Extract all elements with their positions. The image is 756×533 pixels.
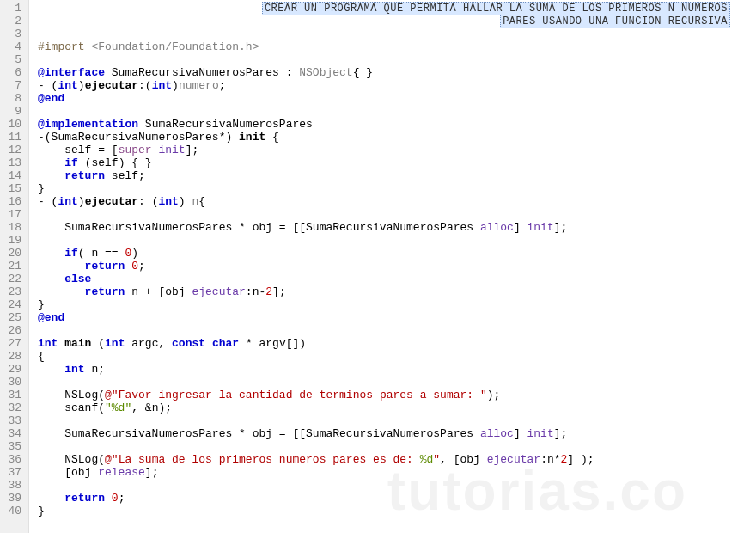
code-line [38, 28, 756, 40]
text-token: ( n == [78, 247, 125, 260]
code-line: - (int)ejecutar: (int) n{ [38, 195, 756, 208]
line-number: 7 [3, 79, 21, 92]
code-line: @implementation SumaRecursivaNumerosPare… [38, 118, 756, 131]
text-token: ]; [145, 466, 159, 479]
line-number: 17 [3, 208, 21, 221]
line-number: 14 [3, 169, 21, 182]
line-number: 37 [3, 466, 21, 479]
keyword-token: int [64, 363, 84, 376]
keyword-token: int [38, 337, 58, 350]
line-number: 26 [3, 324, 21, 337]
line-number: 16 [3, 195, 21, 208]
text-token: -(SumaRecursivaNumerosPares*) [38, 131, 239, 144]
text-token: self; [105, 169, 145, 182]
text-token: ) [78, 79, 85, 92]
line-number: 3 [3, 28, 21, 40]
keyword-token: int [58, 79, 77, 92]
keyword-token: @interface [38, 66, 105, 79]
line-number: 38 [3, 479, 21, 492]
text-token: ]; [272, 285, 286, 298]
text-token [38, 285, 85, 298]
text-token [38, 363, 64, 376]
line-number: 11 [3, 131, 21, 144]
keyword-token: if [64, 247, 78, 260]
keyword-token: else [64, 273, 91, 285]
code-line: if( n == 0) [38, 247, 756, 260]
code-line: return n + [obj ejecutar:n-2]; [38, 285, 756, 298]
include-token: <Foundation/Foundation.h> [91, 40, 259, 53]
code-line: @end [38, 311, 756, 324]
code-line: } [38, 182, 756, 195]
text-token: ( [91, 337, 105, 350]
line-number: 32 [3, 401, 21, 414]
code-editor[interactable]: 1234567891011121314151617181920212223242… [0, 0, 756, 533]
line-number: 40 [3, 505, 21, 518]
string-token: "La suma de los primeros numeros pares e… [112, 453, 420, 466]
brace-token: } [38, 182, 45, 195]
text-token: SumaRecursivaNumerosPares [138, 118, 313, 131]
code-line: else [38, 273, 756, 285]
text-token: - ( [38, 79, 58, 92]
code-area[interactable]: CREAR UN PROGRAMA QUE PERMITA HALLAR LA … [29, 0, 756, 533]
keyword-token: int [105, 337, 125, 350]
line-number: 31 [3, 389, 21, 401]
class-token: NSObject [299, 66, 352, 79]
text-token [205, 337, 212, 350]
line-number: 22 [3, 273, 21, 285]
code-line: } [38, 505, 756, 518]
line-number: 34 [3, 427, 21, 440]
code-line: @end [38, 92, 756, 105]
brace-token: } [38, 298, 45, 311]
text-token: ; [219, 79, 226, 92]
line-number: 27 [3, 337, 21, 350]
message-token: ejecutar [487, 453, 540, 466]
text-token: ; [138, 260, 145, 273]
text-token: (self) { } [78, 156, 152, 169]
line-number: 10 [3, 118, 21, 131]
code-line: @interface SumaRecursivaNumerosPares : N… [38, 66, 756, 79]
message-token: init [527, 427, 554, 440]
line-number: 39 [3, 492, 21, 505]
code-line: } [38, 298, 756, 311]
text-token [38, 247, 64, 260]
text-token: SumaRecursivaNumerosPares : [105, 66, 299, 79]
string-token: " [433, 453, 440, 466]
keyword-token: return [85, 260, 125, 273]
code-line: { [38, 350, 756, 363]
text-token: ) [179, 195, 192, 208]
text-token: ] [514, 221, 527, 234]
code-line [38, 234, 756, 247]
number-token: 0 [131, 260, 138, 273]
line-number: 20 [3, 247, 21, 260]
text-token: - ( [38, 195, 58, 208]
code-line [38, 414, 756, 427]
line-number: 30 [3, 376, 21, 389]
keyword-token: int [152, 79, 172, 92]
line-number: 35 [3, 440, 21, 453]
text-token: n + [obj [125, 285, 192, 298]
text-token: ) [78, 195, 85, 208]
text-token: ]; [554, 427, 568, 440]
text-token [38, 169, 64, 182]
at-token: @ [105, 453, 112, 466]
preproc-token: #import [38, 40, 85, 53]
line-number: 2 [3, 15, 21, 28]
code-line: #import <Foundation/Foundation.h> [38, 40, 756, 53]
code-line: return 0; [38, 492, 756, 505]
text-token: ); [487, 389, 501, 401]
text-token: { [265, 131, 279, 144]
keyword-token: @end [38, 311, 64, 324]
line-number: 5 [3, 53, 21, 66]
line-number: 29 [3, 363, 21, 376]
text-token: ) [131, 247, 138, 260]
method-token: ejecutar [85, 79, 138, 92]
text-token [38, 273, 64, 285]
text-token: argc, [125, 337, 172, 350]
code-line [38, 2, 756, 15]
text-token: ] ); [567, 453, 594, 466]
code-line: self = [super init]; [38, 144, 756, 156]
line-number: 25 [3, 311, 21, 324]
code-line: scanf("%d", &n); [38, 401, 756, 414]
text-token: :n- [246, 285, 265, 298]
text-token: scanf( [38, 401, 105, 414]
